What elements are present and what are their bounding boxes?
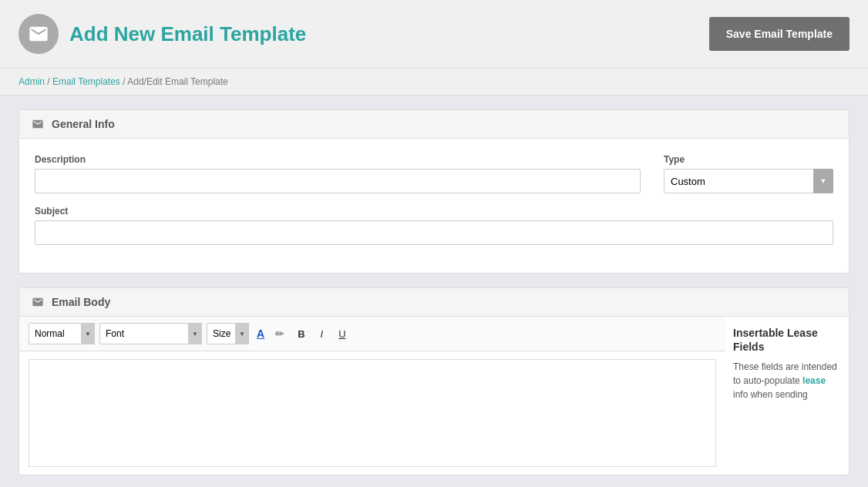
color-a-icon: A (257, 327, 264, 340)
general-info-title: General Info (52, 118, 115, 130)
envelope-icon (28, 23, 49, 45)
size-select[interactable]: Size 8 10 12 14 16 18 24 36 (207, 323, 249, 344)
general-info-body: Description Type Custom Standard (19, 139, 849, 273)
email-body-title: Email Body (52, 296, 110, 308)
header-icon (19, 14, 59, 54)
main-content: General Info Description Type Custom Sta… (0, 96, 868, 487)
email-body-section: Email Body Normal Heading 1 Heading 2 He… (19, 287, 849, 475)
breadcrumb: Admin / Email Templates / Add/Edit Email… (0, 69, 868, 96)
text-color-button[interactable]: A (254, 326, 267, 341)
type-select[interactable]: Custom Standard (664, 169, 833, 193)
breadcrumb-email-templates[interactable]: Email Templates (52, 76, 120, 87)
description-label: Description (35, 154, 641, 165)
description-input[interactable] (35, 169, 641, 193)
subject-group: Subject (35, 206, 833, 245)
description-group: Description (35, 154, 641, 193)
subject-label: Subject (35, 206, 833, 217)
type-group: Type Custom Standard (664, 154, 833, 193)
breadcrumb-current: Add/Edit Email Template (127, 76, 228, 87)
style-select-wrapper: Normal Heading 1 Heading 2 Heading 3 ▼ (29, 323, 95, 344)
size-select-wrapper: Size 8 10 12 14 16 18 24 36 ▼ (207, 323, 249, 344)
page-header: Add New Email Template Save Email Templa… (0, 0, 868, 69)
editor-main: Normal Heading 1 Heading 2 Heading 3 ▼ F… (19, 317, 725, 475)
insertable-title: Insertable Lease Fields (733, 326, 841, 354)
email-body-editor[interactable] (29, 359, 716, 467)
subject-input[interactable] (35, 220, 833, 245)
email-body-envelope-icon (32, 296, 44, 308)
type-select-wrapper: Custom Standard (664, 169, 833, 193)
form-row-top: Description Type Custom Standard (35, 154, 833, 193)
font-select[interactable]: Font Arial Times New Roman Courier New (99, 323, 202, 344)
email-body-content: Normal Heading 1 Heading 2 Heading 3 ▼ F… (19, 317, 849, 475)
lease-highlight: lease (802, 375, 826, 386)
page-title: Add New Email Template (69, 22, 306, 46)
form-row-subject: Subject (35, 206, 833, 245)
type-label: Type (664, 154, 833, 165)
general-info-header: General Info (19, 110, 849, 139)
save-button[interactable]: Save Email Template (709, 17, 849, 51)
breadcrumb-admin[interactable]: Admin (19, 76, 45, 87)
header-left: Add New Email Template (19, 14, 306, 54)
insertable-panel: Insertable Lease Fields These fields are… (725, 317, 849, 475)
eraser-icon: ✏ (275, 327, 284, 340)
general-info-section: General Info Description Type Custom Sta… (19, 109, 849, 274)
clear-format-button[interactable]: ✏ (272, 326, 288, 341)
underline-button[interactable]: U (333, 325, 351, 343)
insertable-description: These fields are intended to auto-popula… (733, 360, 841, 401)
section-envelope-icon (32, 118, 44, 130)
font-select-wrapper: Font Arial Times New Roman Courier New ▼ (99, 323, 202, 344)
italic-button[interactable]: I (315, 325, 329, 343)
email-body-header: Email Body (19, 288, 849, 317)
bold-button[interactable]: B (292, 325, 310, 343)
style-select[interactable]: Normal Heading 1 Heading 2 Heading 3 (29, 323, 95, 344)
editor-toolbar: Normal Heading 1 Heading 2 Heading 3 ▼ F… (19, 317, 725, 351)
